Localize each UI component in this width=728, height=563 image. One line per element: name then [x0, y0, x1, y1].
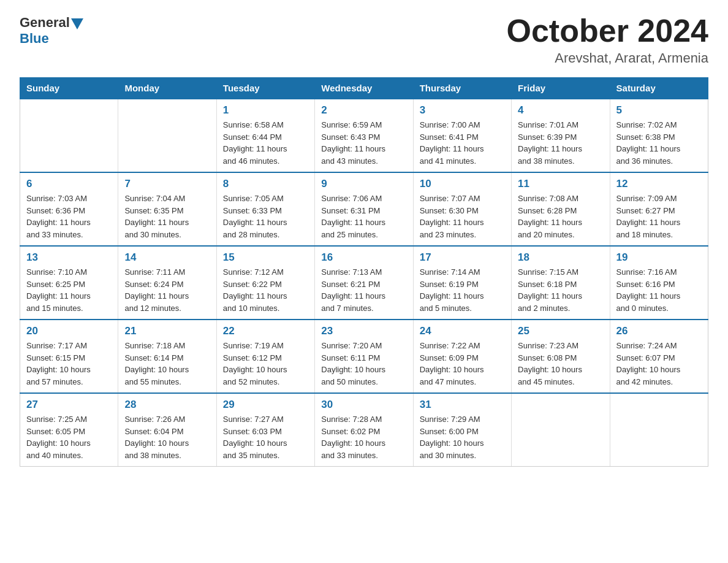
day-info: Sunrise: 7:00 AM Sunset: 6:41 PM Dayligh…: [420, 119, 505, 167]
calendar-cell: 15Sunrise: 7:12 AM Sunset: 6:22 PM Dayli…: [216, 246, 314, 320]
day-number: 28: [124, 399, 210, 411]
logo-general-text: General: [20, 15, 70, 31]
day-info: Sunrise: 6:58 AM Sunset: 6:44 PM Dayligh…: [223, 119, 308, 167]
calendar-cell: 21Sunrise: 7:18 AM Sunset: 6:14 PM Dayli…: [118, 320, 216, 393]
day-number: 22: [223, 325, 308, 337]
calendar-cell: 2Sunrise: 6:59 AM Sunset: 6:43 PM Daylig…: [315, 99, 413, 172]
calendar-cell: 11Sunrise: 7:08 AM Sunset: 6:28 PM Dayli…: [512, 172, 610, 246]
column-header-friday: Friday: [512, 78, 610, 99]
calendar-cell: 12Sunrise: 7:09 AM Sunset: 6:27 PM Dayli…: [610, 172, 708, 246]
day-number: 10: [420, 178, 505, 190]
calendar-cell: 7Sunrise: 7:04 AM Sunset: 6:35 PM Daylig…: [118, 172, 216, 246]
calendar-week-row: 1Sunrise: 6:58 AM Sunset: 6:44 PM Daylig…: [20, 99, 708, 172]
day-info: Sunrise: 7:19 AM Sunset: 6:12 PM Dayligh…: [223, 340, 308, 388]
day-info: Sunrise: 7:12 AM Sunset: 6:22 PM Dayligh…: [223, 266, 308, 314]
calendar-header-row: SundayMondayTuesdayWednesdayThursdayFrid…: [20, 78, 708, 99]
calendar-table: SundayMondayTuesdayWednesdayThursdayFrid…: [20, 77, 708, 467]
day-number: 26: [616, 325, 702, 337]
day-info: Sunrise: 7:06 AM Sunset: 6:31 PM Dayligh…: [321, 193, 406, 240]
calendar-cell: 3Sunrise: 7:00 AM Sunset: 6:41 PM Daylig…: [413, 99, 511, 172]
day-info: Sunrise: 7:03 AM Sunset: 6:36 PM Dayligh…: [26, 193, 112, 240]
logo-triangle-icon: [71, 18, 83, 29]
day-info: Sunrise: 7:15 AM Sunset: 6:18 PM Dayligh…: [518, 266, 603, 314]
day-info: Sunrise: 7:28 AM Sunset: 6:02 PM Dayligh…: [321, 413, 406, 461]
day-number: 20: [26, 325, 112, 337]
day-number: 7: [124, 178, 210, 190]
day-info: Sunrise: 6:59 AM Sunset: 6:43 PM Dayligh…: [321, 119, 406, 167]
column-header-wednesday: Wednesday: [315, 78, 413, 99]
day-number: 15: [223, 251, 308, 264]
day-info: Sunrise: 7:25 AM Sunset: 6:05 PM Dayligh…: [26, 413, 112, 461]
day-number: 14: [124, 251, 210, 264]
day-number: 17: [420, 251, 505, 264]
day-info: Sunrise: 7:14 AM Sunset: 6:19 PM Dayligh…: [420, 266, 505, 314]
column-header-sunday: Sunday: [20, 78, 118, 99]
calendar-cell: 10Sunrise: 7:07 AM Sunset: 6:30 PM Dayli…: [413, 172, 511, 246]
calendar-cell: 19Sunrise: 7:16 AM Sunset: 6:16 PM Dayli…: [610, 246, 708, 320]
day-number: 13: [26, 251, 112, 264]
day-info: Sunrise: 7:10 AM Sunset: 6:25 PM Dayligh…: [26, 266, 112, 314]
day-number: 30: [321, 399, 406, 411]
calendar-cell: 26Sunrise: 7:24 AM Sunset: 6:07 PM Dayli…: [610, 320, 708, 393]
day-info: Sunrise: 7:04 AM Sunset: 6:35 PM Dayligh…: [124, 193, 210, 240]
day-number: 29: [223, 399, 308, 411]
day-info: Sunrise: 7:07 AM Sunset: 6:30 PM Dayligh…: [420, 193, 505, 240]
day-info: Sunrise: 7:16 AM Sunset: 6:16 PM Dayligh…: [616, 266, 702, 314]
location-subtitle: Arevshat, Ararat, Armenia: [507, 50, 709, 66]
day-number: 31: [420, 399, 505, 411]
calendar-cell: 4Sunrise: 7:01 AM Sunset: 6:39 PM Daylig…: [512, 99, 610, 172]
day-info: Sunrise: 7:23 AM Sunset: 6:08 PM Dayligh…: [518, 340, 603, 388]
column-header-saturday: Saturday: [610, 78, 708, 99]
day-number: 24: [420, 325, 505, 337]
day-info: Sunrise: 7:27 AM Sunset: 6:03 PM Dayligh…: [223, 413, 308, 461]
day-info: Sunrise: 7:17 AM Sunset: 6:15 PM Dayligh…: [26, 340, 112, 388]
day-info: Sunrise: 7:29 AM Sunset: 6:00 PM Dayligh…: [420, 413, 505, 461]
day-info: Sunrise: 7:09 AM Sunset: 6:27 PM Dayligh…: [616, 193, 702, 240]
day-number: 25: [518, 325, 603, 337]
day-number: 27: [26, 399, 112, 411]
day-number: 5: [616, 104, 702, 117]
calendar-cell: 23Sunrise: 7:20 AM Sunset: 6:11 PM Dayli…: [315, 320, 413, 393]
title-area: October 2024 Arevshat, Ararat, Armenia: [507, 15, 709, 66]
calendar-cell: 1Sunrise: 6:58 AM Sunset: 6:44 PM Daylig…: [216, 99, 314, 172]
calendar-cell: 20Sunrise: 7:17 AM Sunset: 6:15 PM Dayli…: [20, 320, 118, 393]
day-number: 18: [518, 251, 603, 264]
calendar-week-row: 13Sunrise: 7:10 AM Sunset: 6:25 PM Dayli…: [20, 246, 708, 320]
calendar-cell: 8Sunrise: 7:05 AM Sunset: 6:33 PM Daylig…: [216, 172, 314, 246]
day-info: Sunrise: 7:22 AM Sunset: 6:09 PM Dayligh…: [420, 340, 505, 388]
column-header-thursday: Thursday: [413, 78, 511, 99]
calendar-cell: 31Sunrise: 7:29 AM Sunset: 6:00 PM Dayli…: [413, 393, 511, 467]
calendar-cell: 5Sunrise: 7:02 AM Sunset: 6:38 PM Daylig…: [610, 99, 708, 172]
calendar-cell: 29Sunrise: 7:27 AM Sunset: 6:03 PM Dayli…: [216, 393, 314, 467]
day-number: 8: [223, 178, 308, 190]
calendar-cell: [118, 99, 216, 172]
day-info: Sunrise: 7:18 AM Sunset: 6:14 PM Dayligh…: [124, 340, 210, 388]
calendar-week-row: 6Sunrise: 7:03 AM Sunset: 6:36 PM Daylig…: [20, 172, 708, 246]
day-number: 16: [321, 251, 406, 264]
calendar-cell: 9Sunrise: 7:06 AM Sunset: 6:31 PM Daylig…: [315, 172, 413, 246]
day-info: Sunrise: 7:11 AM Sunset: 6:24 PM Dayligh…: [124, 266, 210, 314]
calendar-cell: 13Sunrise: 7:10 AM Sunset: 6:25 PM Dayli…: [20, 246, 118, 320]
day-number: 6: [26, 178, 112, 190]
calendar-cell: 28Sunrise: 7:26 AM Sunset: 6:04 PM Dayli…: [118, 393, 216, 467]
logo: General Blue: [20, 15, 85, 47]
calendar-cell: 6Sunrise: 7:03 AM Sunset: 6:36 PM Daylig…: [20, 172, 118, 246]
column-header-monday: Monday: [118, 78, 216, 99]
calendar-cell: 24Sunrise: 7:22 AM Sunset: 6:09 PM Dayli…: [413, 320, 511, 393]
calendar-week-row: 27Sunrise: 7:25 AM Sunset: 6:05 PM Dayli…: [20, 393, 708, 467]
logo-blue-text: Blue: [20, 31, 49, 46]
calendar-cell: [20, 99, 118, 172]
day-number: 3: [420, 104, 505, 117]
calendar-cell: 25Sunrise: 7:23 AM Sunset: 6:08 PM Dayli…: [512, 320, 610, 393]
day-info: Sunrise: 7:13 AM Sunset: 6:21 PM Dayligh…: [321, 266, 406, 314]
calendar-cell: [610, 393, 708, 467]
day-info: Sunrise: 7:01 AM Sunset: 6:39 PM Dayligh…: [518, 119, 603, 167]
day-info: Sunrise: 7:24 AM Sunset: 6:07 PM Dayligh…: [616, 340, 702, 388]
calendar-cell: 17Sunrise: 7:14 AM Sunset: 6:19 PM Dayli…: [413, 246, 511, 320]
day-info: Sunrise: 7:26 AM Sunset: 6:04 PM Dayligh…: [124, 413, 210, 461]
calendar-week-row: 20Sunrise: 7:17 AM Sunset: 6:15 PM Dayli…: [20, 320, 708, 393]
day-number: 4: [518, 104, 603, 117]
day-number: 12: [616, 178, 702, 190]
calendar-cell: [512, 393, 610, 467]
day-number: 19: [616, 251, 702, 264]
